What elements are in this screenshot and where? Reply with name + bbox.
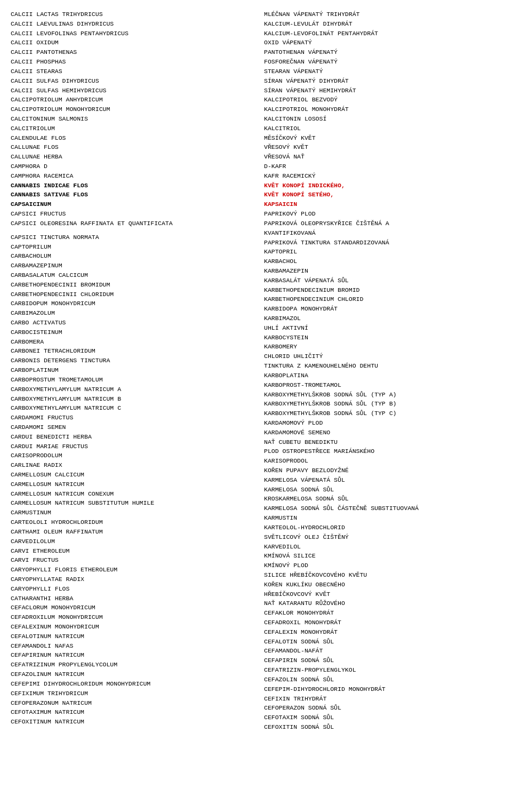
entry: CEFIXIMUM TRIHYDRICUM — [11, 689, 248, 698]
entry: CARMUSTINUM — [11, 508, 248, 518]
entry: CALCIPOTRIOLUM MONOHYDRICUM — [11, 105, 248, 114]
entry: MLÉČNAN VÁPENATÝ TRIHYDRÁT — [264, 10, 501, 19]
entry: VŘESOVÝ KVĚT — [264, 142, 501, 152]
entry: KALCIUM-LEVOFOLINÁT PENTAHYDRÁT — [264, 29, 501, 38]
entry: CALLUNAE FLOS — [11, 142, 248, 152]
entry: CARDAMOMI SEMEN — [11, 423, 248, 432]
entry: CEFOPERAZONUM NATRICUM — [11, 698, 248, 708]
entry: SÍRAN VÁPENATÝ DIHYDRÁT — [264, 76, 501, 86]
entry: CALENDULAE FLOS — [11, 133, 248, 143]
entry: CEFOXITINUM NATRICUM — [11, 717, 248, 727]
entry: KOŘEN PUPAVY BEZLODYŽNÉ — [264, 466, 501, 475]
entry: CARBOXYMETHYLAMYLUM NATRICUM C — [11, 403, 248, 413]
entry: CARVI ETHEROLEUM — [11, 546, 248, 556]
entry: KALCIUM-LEVULÁT DIHYDRÁT — [264, 19, 501, 29]
entry: CARDUI MARIAE FRUCTUS — [11, 442, 248, 451]
entry: CEFEPIMI DIHYDROCHLORIDUM MONOHYDRICUM — [11, 679, 248, 689]
entry: CAPSICI OLEORESINA RAFFINATA ET QUANTIFI… — [11, 219, 248, 228]
entry: KARBOXYMETHYLŠKROB SODNÁ SŮL (TYP B) — [264, 399, 501, 409]
entry: KARBIDOPA MONOHYDRÁT — [264, 304, 501, 314]
entry: CEFAPIRIN SODNÁ SŮL — [264, 656, 501, 665]
entry: D-KAFR — [264, 162, 501, 171]
main-content: CALCII LACTAS TRIHYDRICUSCALCII LAEVULIN… — [11, 10, 501, 732]
entry: SÍRAN VÁPENATÝ HEMIHYDRÁT — [264, 86, 501, 95]
entry: CARTEOLOLI HYDROCHLORIDUM — [11, 518, 248, 527]
entry: PAPRIKOVÁ OLEOPRYSKYŘICE ČIŠTĚNÁ A — [264, 219, 501, 228]
entry: CAPSICI TINCTURA NORMATA — [11, 233, 248, 242]
entry: CARBACHOLUM — [11, 251, 248, 261]
entry: SVĚTLICOVÝ OLEJ ČIŠTĚNÝ — [264, 532, 501, 542]
entry: CEFALEXIN MONOHYDRÁT — [264, 627, 501, 637]
entry: CARYOPHYLLI FLOS — [11, 584, 248, 594]
entry: KALCIPOTRIOL MONOHYDRÁT — [264, 105, 501, 114]
entry: KARBETHOPENDECINIUM BROMID — [264, 285, 501, 295]
entry: KARMELOSA SODNÁ SŮL ČÁSTEČNĚ SUBSTITUOVA… — [264, 504, 501, 513]
entry: CEFALEXINUM MONOHYDRICUM — [11, 622, 248, 632]
entry: CAPSAICINUM — [11, 200, 248, 209]
entry: CALCII SULFAS DIHYDRICUS — [11, 76, 248, 86]
entry: MĚSÍČKOVÝ KVĚT — [264, 133, 501, 143]
spacer — [11, 228, 248, 233]
entry: KARBAMAZEPIN — [264, 266, 501, 276]
entry: KALCIPOTRIOL BEZVODÝ — [264, 95, 501, 105]
entry: CARBIMAZOLUM — [11, 308, 248, 318]
entry: CEFAZOLINUM NATRICUM — [11, 670, 248, 679]
entry: PAPRIKOVÁ TINKTURA STANDARDIZOVANÁ — [264, 238, 501, 248]
entry: KARTEOLOL-HYDROCHLORID — [264, 523, 501, 532]
entry: NAŤ CUBETU BENEDIKTU — [264, 437, 501, 447]
entry: KARBOMERY — [264, 342, 501, 352]
entry: CARDAMOMI FRUCTUS — [11, 413, 248, 423]
entry: OXID VÁPENATÝ — [264, 38, 501, 47]
entry: KAPSAICIN — [264, 200, 501, 209]
entry: FOSFOREČNAN VÁPENATÝ — [264, 57, 501, 67]
entry: KVĚT KONOPÍ SETÉHO, — [264, 190, 501, 200]
entry: CARYOPHYLLATAE RADIX — [11, 575, 248, 584]
entry: CEFALOTIN SODNÁ SŮL — [264, 637, 501, 647]
entry: KARBOCYSTEIN — [264, 333, 501, 343]
entry: CARBAMAZEPINUM — [11, 261, 248, 270]
entry: CARBONIS DETERGENS TINCTURA — [11, 356, 248, 365]
entry: KARBOXYMETHYLŠKROB SODNÁ SŮL (TYP A) — [264, 390, 501, 400]
entry: CAMPHORA D — [11, 162, 248, 171]
entry: CHLORID UHLIČITÝ — [264, 352, 501, 361]
entry: CALCII LAEVULINAS DIHYDRICUS — [11, 19, 248, 29]
entry: CALCII STEARAS — [11, 67, 248, 76]
entry: KOŘEN KUKLÍKU OBECNÉHO — [264, 580, 501, 590]
entry: KARMELOSA VÁPENATÁ SŮL — [264, 475, 501, 485]
entry: UHLÍ AKTIVNÍ — [264, 323, 501, 333]
left-column: CALCII LACTAS TRIHYDRICUSCALCII LAEVULIN… — [11, 10, 248, 732]
entry: VŘESOVÁ NAŤ — [264, 152, 501, 162]
entry: PLOD OSTROPESTŘECE MARIÁNSKÉHO — [264, 447, 501, 456]
entry: CARBETHOPENDECINII BROMIDUM — [11, 280, 248, 290]
entry: CARVEDILOLUM — [11, 537, 248, 546]
entry: CARDUI BENEDICTI HERBA — [11, 432, 248, 442]
entry: NAŤ KATARANTU RŮŽOVÉHO — [264, 599, 501, 608]
entry: KARBACHOL — [264, 257, 501, 266]
entry: KARMUSTIN — [264, 513, 501, 523]
entry: KARISOPRODOL — [264, 456, 501, 466]
entry: CEFALOTINUM NATRICUM — [11, 632, 248, 641]
entry: KVANTIFIKOVANÁ — [264, 228, 501, 238]
entry: CALLUNAE HERBA — [11, 152, 248, 162]
entry: KMÍNOVÁ SILICE — [264, 551, 501, 561]
entry: CATHARANTHI HERBA — [11, 594, 248, 603]
entry: CEFAPIRINUM NATRICUM — [11, 650, 248, 660]
entry: CARISOPRODOLUM — [11, 451, 248, 460]
entry: CEFOTAXIMUM NATRICUM — [11, 707, 248, 717]
entry: CANNABIS SATIVAE FLOS — [11, 190, 248, 200]
entry: CARBONEI TETRACHLORIDUM — [11, 346, 248, 356]
entry: CEFATRIZIN-PROPYLENGLYKOL — [264, 665, 501, 675]
entry: PAPRIKOVÝ PLOD — [264, 209, 501, 219]
entry: KARBASALÁT VÁPENATÁ SŮL — [264, 276, 501, 285]
entry: CEFAMANDOLI NAFAS — [11, 641, 248, 651]
entry: CEFEPIM-DIHYDROCHLORID MONOHYDRÁT — [264, 684, 501, 694]
entry: CARTHAMI OLEUM RAFFINATUM — [11, 527, 248, 537]
entry: CARBOPROSTUM TROMETAMOLUM — [11, 375, 248, 385]
entry: CARBO ACTIVATUS — [11, 318, 248, 328]
entry: KALCITONIN LOSOSÍ — [264, 114, 501, 124]
entry: CALCII LACTAS TRIHYDRICUS — [11, 10, 248, 19]
entry: CARBIDOPUM MONOHYDRICUM — [11, 299, 248, 308]
entry: CEFACLORUM MONOHYDRICUM — [11, 603, 248, 612]
entry: CEFAMANDOL-NAFÁT — [264, 646, 501, 656]
entry: CEFOXITIN SODNÁ SŮL — [264, 722, 501, 732]
